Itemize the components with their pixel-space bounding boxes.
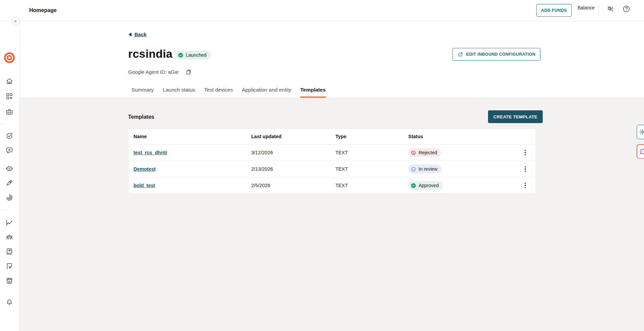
type-cell: TEXT — [335, 183, 408, 188]
chat-bubble-icon — [639, 148, 644, 155]
tab-bar: Summary Launch status Test devices Appli… — [131, 87, 326, 98]
table-row: bold_test 2/5/2026 TEXT Approved — [128, 177, 536, 194]
sidebar-item-analytics[interactable] — [5, 219, 13, 227]
sidebar-item-integrations[interactable] — [5, 92, 13, 100]
help-icon[interactable] — [622, 4, 631, 13]
template-link[interactable]: Demotest — [133, 166, 156, 172]
edit-inbound-configuration-button[interactable]: EDIT INBOUND CONFIGURATION — [452, 48, 540, 61]
sidebar-item-conversations[interactable] — [5, 147, 13, 155]
back-arrow-icon — [128, 33, 131, 37]
check-circle-icon — [411, 183, 416, 188]
external-link-icon — [458, 52, 463, 57]
google-agent-id: Google Agent ID: aGie — [128, 69, 178, 75]
row-actions-kebab-menu[interactable] — [520, 147, 531, 158]
table-header-row: Name Last updated Type Status — [128, 129, 536, 144]
status-badge-in-review: In review — [408, 165, 441, 173]
type-cell: TEXT — [335, 166, 408, 172]
prohibited-icon — [411, 150, 416, 156]
tab-test-devices[interactable]: Test devices — [204, 87, 233, 98]
last-updated-cell: 2/13/2026 — [251, 166, 335, 172]
sidebar-item-home[interactable] — [5, 77, 13, 85]
sidebar-item-marketplace[interactable] — [5, 277, 13, 285]
sidebar: JD — [0, 21, 19, 331]
template-link[interactable]: test_rcs_dhriti — [133, 150, 167, 155]
sidebar-item-launch[interactable] — [5, 179, 13, 187]
templates-table: Name Last updated Type Status test_rcs_d… — [128, 128, 536, 194]
copy-icon[interactable] — [185, 68, 192, 76]
column-header-type: Type — [335, 134, 408, 139]
column-header-name: Name — [133, 134, 251, 139]
sidebar-item-audience[interactable] — [5, 233, 13, 241]
page-title: Homepage — [29, 7, 57, 13]
top-bar: Homepage ADD FUNDS Balance — [0, 0, 644, 21]
expand-sidebar-button[interactable]: » — [11, 17, 19, 25]
tab-templates[interactable]: Templates — [300, 87, 326, 98]
sidebar-item-automation-bot[interactable] — [5, 164, 13, 172]
status-badge-approved: Approved — [408, 181, 443, 190]
agent-title: rcsindia — [128, 47, 172, 60]
chat-panel-toggle[interactable] — [637, 144, 644, 159]
in-review-icon — [411, 166, 416, 172]
last-updated-cell: 2/5/2026 — [251, 183, 335, 188]
table-row: Demotest 2/13/2026 TEXT In review — [128, 161, 536, 177]
app-window: Homepage ADD FUNDS Balance — [0, 0, 644, 331]
launched-badge-label: Launched — [186, 52, 207, 58]
check-circle-icon — [178, 52, 183, 58]
topbar-divider — [598, 5, 599, 15]
gear-icon — [639, 128, 644, 135]
sidebar-item-goals[interactable] — [5, 132, 13, 140]
sidebar-item-flows[interactable] — [5, 262, 13, 270]
sidebar-divider — [0, 209, 5, 210]
table-row: test_rcs_dhriti 3/12/2026 TEXT Rejected — [128, 144, 536, 161]
sidebar-item-contact-book[interactable] — [5, 247, 13, 256]
back-label: Back — [135, 32, 147, 37]
column-header-last-updated: Last updated — [251, 134, 335, 139]
template-link[interactable]: bold_test — [133, 183, 155, 188]
edit-inbound-label: EDIT INBOUND CONFIGURATION — [466, 52, 535, 57]
row-actions-kebab-menu[interactable] — [520, 164, 531, 174]
sidebar-item-ai-swirl[interactable] — [5, 194, 13, 202]
row-actions-kebab-menu[interactable] — [520, 180, 531, 191]
notifications-bell-icon[interactable] — [5, 298, 13, 306]
last-updated-cell: 3/12/2026 — [251, 150, 335, 155]
launched-status-badge: Launched — [175, 51, 211, 59]
balance-label: Balance — [578, 5, 595, 10]
sidebar-item-developer-toolbox[interactable] — [5, 108, 13, 116]
type-cell: TEXT — [335, 150, 408, 155]
back-link[interactable]: Back — [128, 32, 147, 37]
templates-heading: Templates — [128, 114, 154, 120]
tab-launch-status[interactable]: Launch status — [162, 87, 196, 98]
tab-summary[interactable]: Summary — [131, 87, 154, 98]
brand-logo-icon[interactable] — [3, 52, 15, 64]
add-funds-button[interactable]: ADD FUNDS — [536, 4, 572, 17]
status-badge-rejected: Rejected — [408, 148, 441, 157]
settings-panel-toggle[interactable] — [637, 125, 644, 139]
create-template-button[interactable]: CREATE TEMPLATE — [488, 110, 543, 123]
column-header-status: Status — [408, 134, 515, 139]
tab-application-and-entity[interactable]: Application and entity — [241, 87, 291, 98]
mute-icon[interactable] — [606, 4, 615, 13]
sidebar-divider — [0, 123, 5, 124]
